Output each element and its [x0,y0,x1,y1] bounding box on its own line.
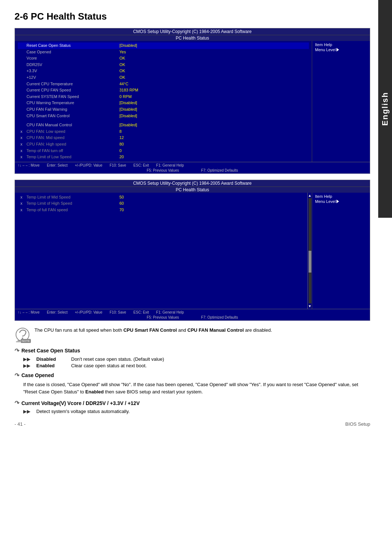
row-prefix [18,122,25,128]
footer-value: +/-/PU/PD: Value [75,310,102,314]
desc-case-opened-title: Case Opened [21,372,54,378]
item-label: Disabled [36,356,65,362]
row-prefix [18,81,25,87]
table-row[interactable]: CPU Smart FAN Control [Disabled] [18,113,309,119]
row-label: CPU FAN: Low speed [25,128,119,135]
svg-rect-2 [17,340,20,341]
row-prefix [18,113,25,119]
row-label: CPU Smart FAN Control [25,113,119,119]
spacer-row [18,119,309,122]
footer-esc: ESC: Exit [134,163,149,167]
table-row: x CPU FAN: Mid speed 12 [18,135,309,141]
row-prefix [18,49,25,56]
row-value: OK [119,74,309,81]
row-label: Vcore [25,55,119,62]
table-row[interactable]: DDR25V OK [18,62,309,68]
note-text: The CPU fan runs at full speed when both… [34,327,370,334]
row-prefix: x [18,154,25,160]
row-value: [Disabled] [119,122,309,128]
list-item: ▶▶ Detect system's voltage status automa… [23,409,370,414]
table-row[interactable]: Reset Case Open Status [Disabled] [18,42,309,49]
bios-panel-2-header: CMOS Setup Utility-Copyright (C) 1984-20… [15,180,370,187]
footer-move: ↑↓→←: Move [18,163,40,167]
bios-panel-1-footer: ↑↓→←: Move Enter: Select +/-/PU/PD: Valu… [15,162,370,168]
row-value: 50 [119,194,305,201]
row-label: CPU Warning Temperature [25,100,119,106]
main-content: 2-6 PC Health Status CMOS Setup Utility-… [15,11,370,427]
row-prefix [18,74,25,81]
menu-level-arrow [336,48,339,52]
footer-value: +/-/PU/PD: Value [75,163,102,167]
row-label: Temp of full FAN speed [25,207,119,213]
row-label: DDR25V [25,62,119,68]
scroll-down-arrow[interactable]: ▼ [308,304,312,308]
bios-panel-1: CMOS Setup Utility-Copyright (C) 1984-20… [15,28,370,174]
table-row[interactable]: Current SYSTEM FAN Speed 0 RPM [18,94,309,100]
row-value: 12 [119,135,309,141]
row-label: Temp of FAN turn off [25,148,119,154]
page-footer: - 41 - BIOS Setup [15,421,370,427]
footer-f5: F5: Previous Values [147,168,179,172]
table-row: x Temp Limit of Low Speed 20 [18,154,309,160]
row-label: Temp Limit of Low Speed [25,154,119,160]
row-value: [Disabled] [119,100,309,106]
bios-panel-1-body: Reset Case Open Status [Disabled] Case O… [15,41,370,162]
footer-move: ↑↓→←: Move [18,310,40,314]
row-value: 60 [119,200,305,207]
scroll-up-arrow[interactable]: ▲ [308,193,312,197]
menu-level-label: Menu Level [315,199,336,204]
desc-voltage: ↷ Current Voltage(V) Vcore / DDR25V / +3… [15,400,370,414]
bios-panel-1-header: CMOS Setup Utility-Copyright (C) 1984-20… [15,28,370,35]
item-label: Enabled [36,363,65,368]
scroll-track [309,198,311,303]
footer-f1: F1: General Help [156,310,184,314]
row-value: [Disabled] [119,106,309,113]
row-prefix: x [18,200,25,207]
scroll-thumb [309,251,311,273]
footer-enter: Enter: Select [47,310,68,314]
row-prefix: x [18,148,25,154]
footer-f5: F5: Previous Values [147,315,179,319]
table-row[interactable]: CPU FAN Fail Warning [Disabled] [18,106,309,113]
table-row[interactable]: +12V OK [18,74,309,81]
svg-rect-3 [16,342,20,342]
table-row: x CPU FAN: High speed 80 [18,141,309,148]
item-help-label: Item Help [315,42,367,47]
row-prefix: x [18,128,25,135]
bios-panel-1-footer2: F5: Previous Values F7: Optimized Defaul… [15,168,370,173]
bios-panel-1-left: Reset Case Open Status [Disabled] Case O… [15,41,312,162]
table-row[interactable]: Vcore OK [18,55,309,62]
row-prefix [18,55,25,62]
desc-case-opened: ↷ Case Opened If the case is closed, "Ca… [15,372,370,396]
desc-reset-case-heading: ↷ Reset Case Open Status [15,347,370,354]
row-label: CPU FAN: Mid speed [25,135,119,141]
footer-f10: F10: Save [110,163,126,167]
list-item: ▶▶ Enabled Clear case open status at nex… [23,363,370,368]
table-row[interactable]: +3.3V OK [18,68,309,74]
bios-panel-2-subtitle: PC Health Status [15,187,370,193]
scrollbar[interactable]: ▲ ▼ [307,193,312,309]
footer-left: ↑↓→←: Move Enter: Select +/-/PU/PD: Valu… [18,163,184,167]
table-row[interactable]: Case Opened Yes [18,49,309,56]
cursor-icon: ↷ [15,347,19,354]
footer-esc: ESC: Exit [134,310,149,314]
note-icon: NOTE [15,327,31,343]
desc-voltage-heading: ↷ Current Voltage(V) Vcore / DDR25V / +3… [15,400,370,406]
row-prefix: x [18,194,25,201]
row-value: 44°C [119,81,309,87]
table-row[interactable]: Current CPU FAN Speed 3183 RPM [18,87,309,94]
footer-page-right: BIOS Setup [345,421,370,427]
row-prefix [18,94,25,100]
panel2-right-area: ▲ ▼ Item Help Menu Level [307,193,370,309]
table-row[interactable]: Current CPU Temperature 44°C [18,81,309,87]
row-label: Temp Limit of Mid Speed [25,194,119,201]
row-label: CPU FAN: High speed [25,141,119,148]
menu-level-arrow [336,200,339,203]
row-value: Yes [119,49,309,56]
item-desc: Clear case open status at next boot. [71,363,370,368]
item-desc: Detect system's voltage status automatic… [36,409,370,414]
bios-panel-1-subtitle: PC Health Status [15,35,370,41]
table-row[interactable]: CPU Warning Temperature [Disabled] [18,100,309,106]
table-row[interactable]: CPU FAN Manual Control [Disabled] [18,122,309,128]
desc-reset-case: ↷ Reset Case Open Status ▶▶ Disabled Don… [15,347,370,368]
